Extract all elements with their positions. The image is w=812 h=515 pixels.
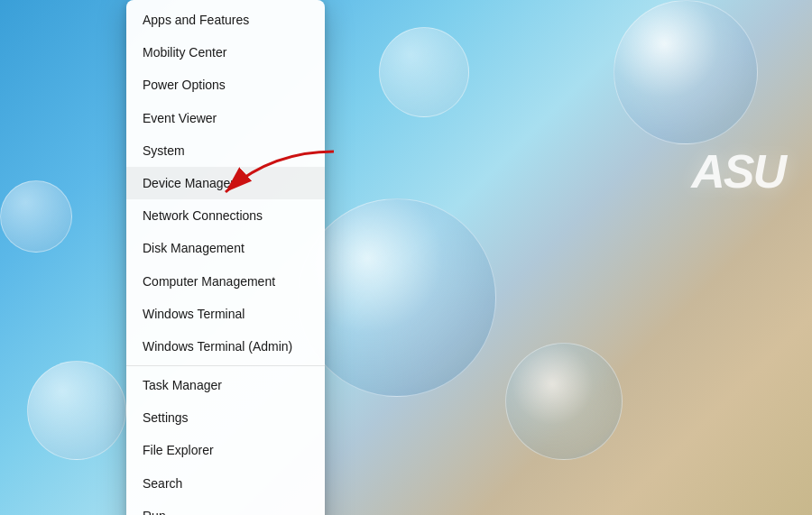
menu-item-apps-features[interactable]: Apps and Features xyxy=(126,4,325,36)
asus-logo: ASU xyxy=(691,144,785,198)
menu-item-disk-management[interactable]: Disk Management xyxy=(126,232,325,264)
menu-item-event-viewer[interactable]: Event Viewer xyxy=(126,102,325,134)
bubble-decoration-2 xyxy=(614,0,758,144)
bubble-decoration-4 xyxy=(379,27,469,117)
menu-item-system[interactable]: System xyxy=(126,134,325,167)
menu-item-mobility-center[interactable]: Mobility Center xyxy=(126,36,325,69)
context-menu: Apps and FeaturesMobility CenterPower Op… xyxy=(126,0,325,515)
menu-item-search[interactable]: Search xyxy=(126,467,325,500)
menu-item-computer-management[interactable]: Computer Management xyxy=(126,265,325,298)
menu-item-network-connections[interactable]: Network Connections xyxy=(126,199,325,232)
menu-item-device-manager[interactable]: Device Manager xyxy=(126,167,325,199)
bubble-decoration-6 xyxy=(27,361,126,460)
menu-item-file-explorer[interactable]: File Explorer xyxy=(126,434,325,466)
bubble-decoration-5 xyxy=(0,180,72,253)
menu-item-run[interactable]: Run xyxy=(126,500,325,515)
menu-item-settings[interactable]: Settings xyxy=(126,401,325,434)
menu-separator xyxy=(126,365,325,366)
bubble-decoration-1 xyxy=(298,198,496,397)
menu-item-power-options[interactable]: Power Options xyxy=(126,69,325,101)
menu-item-windows-terminal[interactable]: Windows Terminal xyxy=(126,298,325,330)
menu-item-windows-terminal-admin[interactable]: Windows Terminal (Admin) xyxy=(126,330,325,363)
menu-item-task-manager[interactable]: Task Manager xyxy=(126,369,325,401)
bubble-decoration-3 xyxy=(505,343,623,460)
